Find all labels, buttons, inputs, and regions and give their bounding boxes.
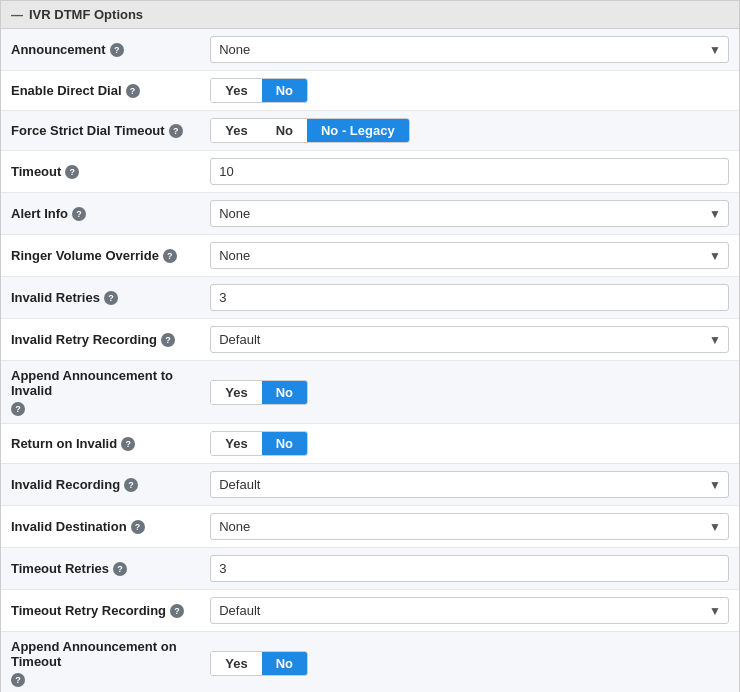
return-on-invalid-yes-button[interactable]: Yes bbox=[211, 432, 261, 455]
row-announcement: Announcement ? None ▼ bbox=[1, 29, 739, 71]
append-announcement-on-timeout-help-icon[interactable]: ? bbox=[11, 673, 25, 687]
announcement-help-icon[interactable]: ? bbox=[110, 43, 124, 57]
alert-info-label: Alert Info bbox=[11, 206, 68, 221]
collapse-icon[interactable]: — bbox=[11, 8, 23, 22]
append-announcement-to-invalid-btn-group: Yes No bbox=[210, 380, 308, 405]
append-announcement-on-timeout-no-button[interactable]: No bbox=[262, 652, 307, 675]
return-on-invalid-help-icon[interactable]: ? bbox=[121, 437, 135, 451]
append-announcement-to-invalid-help-icon[interactable]: ? bbox=[11, 402, 25, 416]
ringer-volume-override-select-wrapper: None ▼ bbox=[210, 242, 729, 269]
force-strict-dial-timeout-btn-group: Yes No No - Legacy bbox=[210, 118, 409, 143]
invalid-destination-select[interactable]: None bbox=[210, 513, 729, 540]
announcement-select-wrapper: None ▼ bbox=[210, 36, 729, 63]
panel-title: IVR DTMF Options bbox=[29, 7, 143, 22]
append-announcement-on-timeout-yes-button[interactable]: Yes bbox=[211, 652, 261, 675]
force-strict-dial-timeout-label: Force Strict Dial Timeout bbox=[11, 123, 165, 138]
invalid-retries-help-icon[interactable]: ? bbox=[104, 291, 118, 305]
row-alert-info: Alert Info ? None ▼ bbox=[1, 193, 739, 235]
row-return-on-invalid: Return on Invalid ? Yes No bbox=[1, 424, 739, 464]
force-strict-dial-timeout-help-icon[interactable]: ? bbox=[169, 124, 183, 138]
timeout-retries-input[interactable] bbox=[210, 555, 729, 582]
append-announcement-on-timeout-btn-group: Yes No bbox=[210, 651, 308, 676]
return-on-invalid-btn-group: Yes No bbox=[210, 431, 308, 456]
form-table: Announcement ? None ▼ bbox=[1, 29, 739, 692]
row-force-strict-dial-timeout: Force Strict Dial Timeout ? Yes No No - … bbox=[1, 111, 739, 151]
enable-direct-dial-btn-group: Yes No bbox=[210, 78, 308, 103]
row-invalid-retries: Invalid Retries ? bbox=[1, 277, 739, 319]
enable-direct-dial-label: Enable Direct Dial bbox=[11, 83, 122, 98]
invalid-retry-recording-select[interactable]: Default bbox=[210, 326, 729, 353]
alert-info-select[interactable]: None bbox=[210, 200, 729, 227]
announcement-select[interactable]: None bbox=[210, 36, 729, 63]
ivr-dtmf-options-panel: — IVR DTMF Options Announcement ? None bbox=[0, 0, 740, 692]
invalid-recording-help-icon[interactable]: ? bbox=[124, 478, 138, 492]
return-on-invalid-no-button[interactable]: No bbox=[262, 432, 307, 455]
return-on-invalid-label: Return on Invalid bbox=[11, 436, 117, 451]
append-announcement-to-invalid-yes-button[interactable]: Yes bbox=[211, 381, 261, 404]
ringer-volume-override-select[interactable]: None bbox=[210, 242, 729, 269]
force-strict-dial-timeout-no-button[interactable]: No bbox=[262, 119, 307, 142]
row-append-announcement-on-timeout: Append Announcement on Timeout ? Yes No bbox=[1, 632, 739, 693]
timeout-retry-recording-select-wrapper: Default ▼ bbox=[210, 597, 729, 624]
invalid-recording-label: Invalid Recording bbox=[11, 477, 120, 492]
row-append-announcement-to-invalid: Append Announcement to Invalid ? Yes No bbox=[1, 361, 739, 424]
force-strict-dial-timeout-yes-button[interactable]: Yes bbox=[211, 119, 261, 142]
row-enable-direct-dial: Enable Direct Dial ? Yes No bbox=[1, 71, 739, 111]
invalid-destination-help-icon[interactable]: ? bbox=[131, 520, 145, 534]
append-announcement-to-invalid-no-button[interactable]: No bbox=[262, 381, 307, 404]
invalid-recording-select[interactable]: Default bbox=[210, 471, 729, 498]
row-invalid-retry-recording: Invalid Retry Recording ? Default ▼ bbox=[1, 319, 739, 361]
row-invalid-recording: Invalid Recording ? Default ▼ bbox=[1, 464, 739, 506]
invalid-retry-recording-label: Invalid Retry Recording bbox=[11, 332, 157, 347]
row-ringer-volume-override: Ringer Volume Override ? None ▼ bbox=[1, 235, 739, 277]
timeout-retry-recording-help-icon[interactable]: ? bbox=[170, 604, 184, 618]
ringer-volume-override-label: Ringer Volume Override bbox=[11, 248, 159, 263]
enable-direct-dial-help-icon[interactable]: ? bbox=[126, 84, 140, 98]
row-invalid-destination: Invalid Destination ? None ▼ bbox=[1, 506, 739, 548]
panel-header: — IVR DTMF Options bbox=[1, 1, 739, 29]
invalid-retry-recording-help-icon[interactable]: ? bbox=[161, 333, 175, 347]
timeout-retries-label: Timeout Retries bbox=[11, 561, 109, 576]
row-timeout-retry-recording: Timeout Retry Recording ? Default ▼ bbox=[1, 590, 739, 632]
invalid-retry-recording-select-wrapper: Default ▼ bbox=[210, 326, 729, 353]
alert-info-help-icon[interactable]: ? bbox=[72, 207, 86, 221]
invalid-destination-select-wrapper: None ▼ bbox=[210, 513, 729, 540]
timeout-retries-help-icon[interactable]: ? bbox=[113, 562, 127, 576]
timeout-retry-recording-select[interactable]: Default bbox=[210, 597, 729, 624]
timeout-input[interactable] bbox=[210, 158, 729, 185]
invalid-retries-input[interactable] bbox=[210, 284, 729, 311]
timeout-label: Timeout bbox=[11, 164, 61, 179]
invalid-recording-select-wrapper: Default ▼ bbox=[210, 471, 729, 498]
alert-info-select-wrapper: None ▼ bbox=[210, 200, 729, 227]
timeout-retry-recording-label: Timeout Retry Recording bbox=[11, 603, 166, 618]
row-timeout: Timeout ? bbox=[1, 151, 739, 193]
ringer-volume-override-help-icon[interactable]: ? bbox=[163, 249, 177, 263]
force-strict-dial-timeout-no-legacy-button[interactable]: No - Legacy bbox=[307, 119, 409, 142]
enable-direct-dial-no-button[interactable]: No bbox=[262, 79, 307, 102]
invalid-retries-label: Invalid Retries bbox=[11, 290, 100, 305]
append-announcement-to-invalid-label: Append Announcement to Invalid bbox=[11, 368, 190, 398]
enable-direct-dial-yes-button[interactable]: Yes bbox=[211, 79, 261, 102]
timeout-help-icon[interactable]: ? bbox=[65, 165, 79, 179]
invalid-destination-label: Invalid Destination bbox=[11, 519, 127, 534]
row-timeout-retries: Timeout Retries ? bbox=[1, 548, 739, 590]
append-announcement-on-timeout-label: Append Announcement on Timeout bbox=[11, 639, 190, 669]
announcement-label: Announcement bbox=[11, 42, 106, 57]
